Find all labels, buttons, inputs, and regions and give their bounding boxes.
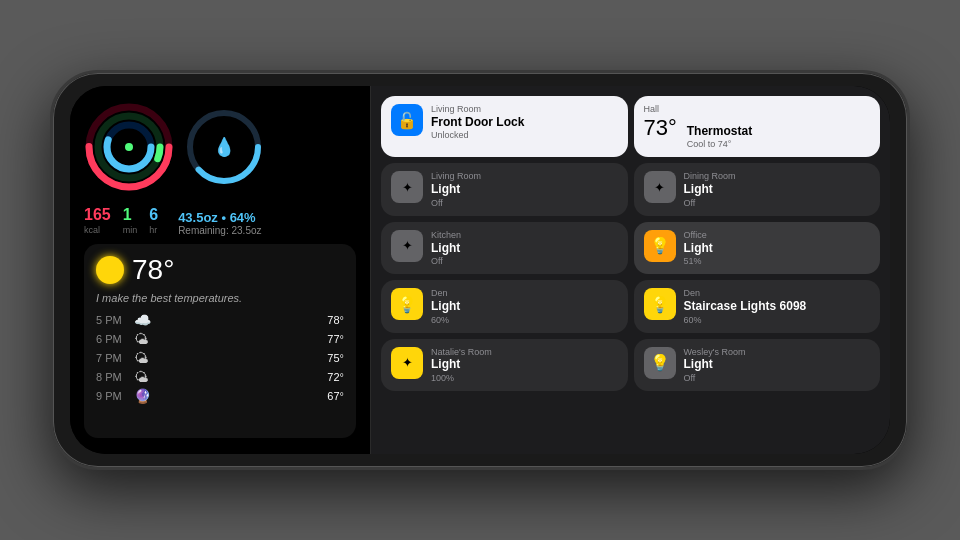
tile-status-staircase-lights: 60% <box>684 315 871 325</box>
tile-name-front-door-lock: Front Door Lock <box>431 115 618 131</box>
min-value: 1 <box>123 206 132 224</box>
forecast-row-0: 5 PM ☁️ 78° <box>96 312 344 328</box>
kitchen-light-icon: ✦ <box>391 230 423 262</box>
phone-screen: 💧 165 kcal 1 min 6 hr <box>70 86 890 454</box>
svg-point-6 <box>125 143 133 151</box>
tile-name-thermostat: Thermostat <box>687 124 752 140</box>
min-label: min <box>123 225 138 235</box>
tile-dining-room-light[interactable]: ✦ Dining Room Light Off <box>634 163 881 215</box>
hr-label: hr <box>149 225 157 235</box>
tile-name-office-light: Light <box>684 241 871 257</box>
tile-room-living-room: Living Room <box>431 104 618 115</box>
tile-name-wesleys-light: Light <box>684 357 871 373</box>
natalies-light-icon: ✦ <box>391 347 423 379</box>
thermostat-temp: 73° <box>644 115 677 141</box>
dining-room-light-icon: ✦ <box>644 171 676 203</box>
tile-status-office-light: 51% <box>684 256 871 266</box>
tile-thermostat[interactable]: Hall 73° Thermostat Cool to 74° <box>634 96 881 157</box>
min-stat: 1 min <box>123 206 138 236</box>
tile-room-natalies: Natalie's Room <box>431 347 618 358</box>
tile-status-unlocked: Unlocked <box>431 130 618 140</box>
tile-name-staircase-lights: Staircase Lights 6098 <box>684 299 871 315</box>
tile-status-kitchen-light: Off <box>431 256 618 266</box>
hr-value: 6 <box>149 206 158 224</box>
hr-stat: 6 hr <box>149 206 158 236</box>
tile-room-living-room-light: Living Room <box>431 171 618 182</box>
staircase-light-icon: 💡 <box>644 288 676 320</box>
kcal-value: 165 <box>84 206 111 224</box>
activity-stats: 165 kcal 1 min 6 hr 43.5oz • 64% Remaini… <box>84 206 356 236</box>
tile-status-wesleys-light: Off <box>684 373 871 383</box>
water-remaining: Remaining: 23.5oz <box>178 225 261 236</box>
tile-status-living-room-light: Off <box>431 198 618 208</box>
activity-section: 💧 <box>84 102 356 192</box>
tile-status-natalies-light: 100% <box>431 373 618 383</box>
tile-kitchen-light[interactable]: ✦ Kitchen Light Off <box>381 222 628 274</box>
tile-room-den-staircase: Den <box>684 288 871 299</box>
weather-temp: 78° <box>96 254 344 286</box>
water-main: 43.5oz • 64% <box>178 210 261 225</box>
office-light-icon: 💡 <box>644 230 676 262</box>
living-room-light-icon: ✦ <box>391 171 423 203</box>
tile-living-room-light[interactable]: ✦ Living Room Light Off <box>381 163 628 215</box>
tile-room-dining-room: Dining Room <box>684 171 871 182</box>
tile-natalies-room-light[interactable]: ✦ Natalie's Room Light 100% <box>381 339 628 391</box>
activity-rings <box>84 102 174 192</box>
left-panel: 💧 165 kcal 1 min 6 hr <box>70 86 370 454</box>
forecast-list: 5 PM ☁️ 78° 6 PM 🌤 77° 7 PM 🌤 75° <box>96 312 344 404</box>
kcal-label: kcal <box>84 225 100 235</box>
water-ring-container: 💧 <box>184 107 264 187</box>
tile-name-living-room-light: Light <box>431 182 618 198</box>
forecast-row-1: 6 PM 🌤 77° <box>96 331 344 347</box>
den-light-icon: 💡 <box>391 288 423 320</box>
tile-room-wesleys: Wesley's Room <box>684 347 871 358</box>
tile-status-den-light: 60% <box>431 315 618 325</box>
tile-office-light[interactable]: 💡 Office Light 51% <box>634 222 881 274</box>
tile-room-hall: Hall <box>644 104 871 115</box>
tiles-grid: 🔓 Living Room Front Door Lock Unlocked H… <box>381 96 880 391</box>
tile-name-den-light: Light <box>431 299 618 315</box>
phone-shell: 💧 165 kcal 1 min 6 hr <box>50 70 910 470</box>
weather-tagline: I make the best temperatures. <box>96 292 344 304</box>
wesleys-light-icon: 💡 <box>644 347 676 379</box>
tile-status-thermostat: Cool to 74° <box>687 139 752 149</box>
tile-room-office: Office <box>684 230 871 241</box>
forecast-row-4: 9 PM 🔮 67° <box>96 388 344 404</box>
tile-room-den-light: Den <box>431 288 618 299</box>
lock-icon: 🔓 <box>391 104 423 136</box>
tile-den-staircase[interactable]: 💡 Den Staircase Lights 6098 60% <box>634 280 881 332</box>
tile-room-kitchen: Kitchen <box>431 230 618 241</box>
weather-section: 78° I make the best temperatures. 5 PM ☁… <box>84 244 356 438</box>
tile-den-light[interactable]: 💡 Den Light 60% <box>381 280 628 332</box>
right-panel: 🔓 Living Room Front Door Lock Unlocked H… <box>371 86 890 454</box>
forecast-row-2: 7 PM 🌤 75° <box>96 350 344 366</box>
water-stats: 43.5oz • 64% Remaining: 23.5oz <box>178 210 261 236</box>
tile-name-kitchen-light: Light <box>431 241 618 257</box>
kcal-stat: 165 kcal <box>84 206 111 236</box>
tile-front-door-lock[interactable]: 🔓 Living Room Front Door Lock Unlocked <box>381 96 628 157</box>
tile-name-natalies-light: Light <box>431 357 618 373</box>
tile-name-dining-room-light: Light <box>684 182 871 198</box>
forecast-row-3: 8 PM 🌤 72° <box>96 369 344 385</box>
svg-text:💧: 💧 <box>213 136 236 158</box>
tile-wesleys-room-light[interactable]: 💡 Wesley's Room Light Off <box>634 339 881 391</box>
tile-status-dining-room-light: Off <box>684 198 871 208</box>
sun-icon <box>96 256 124 284</box>
